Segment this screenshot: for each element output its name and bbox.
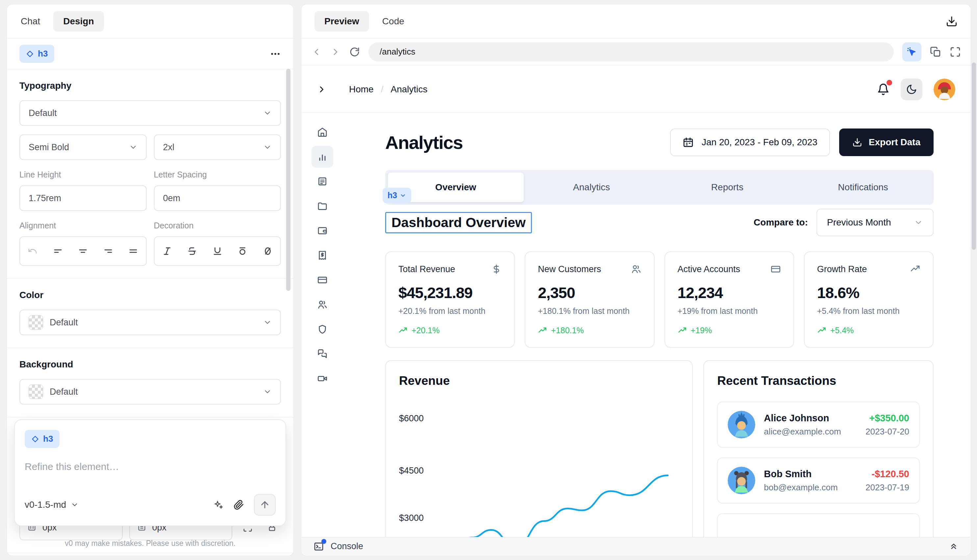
- selected-element-row: h3: [7, 38, 293, 69]
- letter-spacing-input[interactable]: 0em: [154, 185, 281, 211]
- export-data-button[interactable]: Export Data: [839, 128, 934, 156]
- send-button[interactable]: [254, 494, 276, 516]
- no-decoration-icon[interactable]: [263, 246, 273, 256]
- user-avatar[interactable]: [934, 78, 955, 100]
- decoration-group: [154, 236, 281, 266]
- trending-up-icon: [538, 326, 547, 335]
- selected-heading[interactable]: Dashboard Overview: [385, 212, 532, 233]
- background-select[interactable]: Default: [19, 379, 281, 405]
- tab-code[interactable]: Code: [382, 16, 404, 27]
- align-center-icon[interactable]: [78, 246, 88, 256]
- tab-reports[interactable]: Reports: [659, 173, 795, 202]
- typography-label: Typography: [19, 80, 281, 91]
- bar-chart-icon: [317, 152, 328, 162]
- more-menu-icon[interactable]: [270, 48, 281, 60]
- download-icon: [852, 137, 862, 147]
- design-panel-header: Chat Design: [7, 4, 293, 38]
- sidebar-item-cards[interactable]: [311, 269, 333, 291]
- stat-card-total-revenue: Total Revenue $45,231.89 +20.1% from las…: [385, 252, 515, 348]
- align-left-icon[interactable]: [53, 246, 63, 256]
- align-justify-icon[interactable]: [128, 246, 138, 256]
- arrow-up-icon: [259, 500, 270, 510]
- breadcrumb-home[interactable]: Home: [349, 84, 374, 95]
- design-panel-scrollbar[interactable]: [286, 69, 291, 291]
- credit-card-icon: [317, 275, 328, 285]
- tab-preview[interactable]: Preview: [315, 11, 369, 32]
- y-tick-6000: $6000: [399, 413, 424, 423]
- download-icon[interactable]: [946, 15, 958, 27]
- sidebar-item-billing[interactable]: [311, 245, 333, 266]
- letter-spacing-label: Letter Spacing: [154, 170, 281, 180]
- newspaper-icon: [317, 176, 328, 187]
- transaction-amount: -$120.50: [865, 468, 909, 480]
- dark-mode-toggle[interactable]: [901, 78, 922, 100]
- refine-composer: h3 Refine this element… v0-1.5-md: [14, 419, 286, 526]
- sidebar-item-messages[interactable]: [311, 343, 333, 365]
- font-weight-select[interactable]: Semi Bold: [19, 134, 147, 160]
- sidebar-item-news[interactable]: [311, 170, 333, 192]
- breadcrumb-current: Analytics: [390, 84, 427, 95]
- undo-icon[interactable]: [28, 246, 37, 256]
- messages-icon: [317, 349, 328, 359]
- fullscreen-icon[interactable]: [950, 46, 961, 58]
- refresh-icon[interactable]: [350, 47, 360, 57]
- console-bar[interactable]: Console: [302, 537, 970, 555]
- selection-tag-h3[interactable]: h3: [383, 188, 411, 203]
- chevron-down-icon: [263, 143, 272, 152]
- decoration-label: Decoration: [154, 221, 281, 230]
- composer-element-chip[interactable]: h3: [25, 430, 60, 448]
- users-icon: [317, 299, 328, 310]
- tab-design[interactable]: Design: [53, 11, 104, 32]
- transaction-row[interactable]: Bob Smith bob@example.com -$120.50 2023-…: [717, 457, 920, 503]
- sidebar-item-analytics[interactable]: [311, 146, 333, 168]
- compare-select[interactable]: Previous Month: [816, 209, 934, 236]
- receipt-icon: [317, 250, 328, 261]
- chevron-down-icon: [263, 387, 272, 396]
- tab-chat[interactable]: Chat: [21, 16, 40, 27]
- dashboard-tabs: Overview Analytics Reports Notifications: [385, 170, 934, 205]
- select-element-tool[interactable]: [902, 42, 922, 62]
- date-range-picker[interactable]: Jan 20, 2023 - Feb 09, 2023: [670, 128, 830, 156]
- model-select[interactable]: v0-1.5-md: [25, 500, 79, 510]
- strikethrough-icon[interactable]: [187, 246, 197, 256]
- forward-icon[interactable]: [330, 47, 341, 57]
- preview-scrollbar[interactable]: [972, 62, 976, 250]
- line-height-input[interactable]: 1.75rem: [19, 185, 147, 211]
- breadcrumb: Home / Analytics: [349, 84, 428, 95]
- transaction-row[interactable]: Alice Johnson alice@example.com +$350.00…: [717, 402, 920, 448]
- chevrons-up-icon[interactable]: [949, 542, 959, 552]
- cursor-sparkle-icon: [906, 46, 917, 58]
- sidebar-item-security[interactable]: [311, 318, 333, 340]
- sidebar-item-files[interactable]: [311, 195, 333, 217]
- align-right-icon[interactable]: [103, 246, 113, 256]
- trending-up-icon: [817, 326, 826, 335]
- sidebar-item-video[interactable]: [311, 368, 333, 390]
- font-family-select[interactable]: Default: [19, 100, 281, 126]
- preview-viewport: Home / Analytics: [302, 66, 970, 555]
- url-bar[interactable]: /analytics: [368, 42, 894, 62]
- app-topbar: Home / Analytics: [302, 66, 970, 113]
- sparkles-icon[interactable]: [213, 500, 224, 510]
- sidebar-item-customers[interactable]: [311, 294, 333, 315]
- italic-icon[interactable]: [162, 246, 172, 256]
- tab-analytics[interactable]: Analytics: [524, 173, 659, 202]
- sidebar-item-home[interactable]: [311, 121, 333, 143]
- sidebar-toggle-icon[interactable]: [317, 85, 327, 94]
- back-icon[interactable]: [311, 47, 322, 57]
- refine-input[interactable]: Refine this element…: [25, 461, 276, 472]
- paperclip-icon[interactable]: [234, 500, 244, 510]
- element-chip-h3[interactable]: h3: [19, 45, 54, 63]
- overline-icon[interactable]: [238, 246, 248, 256]
- color-select[interactable]: Default: [19, 310, 281, 335]
- underline-icon[interactable]: [212, 246, 223, 256]
- copy-icon[interactable]: [930, 46, 941, 58]
- notification-badge: [887, 80, 892, 85]
- stats-grid: Total Revenue $45,231.89 +20.1% from las…: [385, 252, 934, 348]
- font-size-select[interactable]: 2xl: [154, 134, 281, 160]
- disclaimer-text: v0 may make mistakes. Please use with di…: [7, 539, 293, 548]
- sidebar-item-wallet[interactable]: [311, 220, 333, 242]
- preview-toolbar: /analytics: [301, 38, 971, 65]
- tab-notifications[interactable]: Notifications: [795, 173, 931, 202]
- notifications-button[interactable]: [877, 83, 890, 96]
- chevron-down-icon: [263, 109, 272, 117]
